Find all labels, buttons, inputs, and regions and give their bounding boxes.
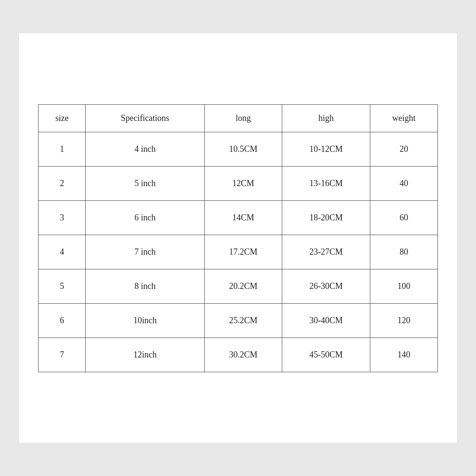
cell-r0-c4: 20 (370, 132, 437, 166)
cell-r1-c1: 5 inch (86, 166, 205, 200)
table-row: 36 inch14CM18-20CM60 (39, 200, 438, 235)
cell-r4-c0: 5 (39, 269, 86, 303)
cell-r5-c3: 30-40CM (282, 303, 370, 337)
cell-r6-c3: 45-50CM (282, 337, 370, 372)
cell-r3-c0: 4 (39, 235, 86, 269)
cell-r0-c0: 1 (39, 132, 86, 166)
header-long: long (204, 104, 282, 132)
cell-r2-c4: 60 (370, 200, 437, 235)
cell-r2-c1: 6 inch (86, 200, 205, 235)
page-container: size Specifications long high weight 14 … (19, 33, 457, 443)
cell-r6-c0: 7 (39, 337, 86, 372)
cell-r1-c0: 2 (39, 166, 86, 200)
cell-r3-c2: 17.2CM (204, 235, 282, 269)
cell-r4-c4: 100 (370, 269, 437, 303)
table-row: 58 inch20.2CM26-30CM100 (39, 269, 438, 303)
cell-r2-c0: 3 (39, 200, 86, 235)
header-row: size Specifications long high weight (39, 104, 438, 132)
cell-r0-c1: 4 inch (86, 132, 205, 166)
cell-r6-c2: 30.2CM (204, 337, 282, 372)
header-weight: weight (370, 104, 437, 132)
table-row: 25 inch12CM13-16CM40 (39, 166, 438, 200)
cell-r1-c3: 13-16CM (282, 166, 370, 200)
cell-r4-c1: 8 inch (86, 269, 205, 303)
cell-r4-c2: 20.2CM (204, 269, 282, 303)
table-row: 47 inch17.2CM23-27CM80 (39, 235, 438, 269)
table-row: 712inch30.2CM45-50CM140 (39, 337, 438, 372)
cell-r6-c4: 140 (370, 337, 437, 372)
cell-r5-c2: 25.2CM (204, 303, 282, 337)
cell-r5-c0: 6 (39, 303, 86, 337)
cell-r1-c4: 40 (370, 166, 437, 200)
cell-r5-c1: 10inch (86, 303, 205, 337)
cell-r3-c3: 23-27CM (282, 235, 370, 269)
table-wrapper: size Specifications long high weight 14 … (38, 104, 438, 372)
cell-r2-c2: 14CM (204, 200, 282, 235)
table-row: 14 inch10.5CM10-12CM20 (39, 132, 438, 166)
cell-r2-c3: 18-20CM (282, 200, 370, 235)
table-row: 610inch25.2CM30-40CM120 (39, 303, 438, 337)
cell-r6-c1: 12inch (86, 337, 205, 372)
cell-r3-c1: 7 inch (86, 235, 205, 269)
cell-r3-c4: 80 (370, 235, 437, 269)
header-specifications: Specifications (86, 104, 205, 132)
cell-r1-c2: 12CM (204, 166, 282, 200)
cell-r0-c3: 10-12CM (282, 132, 370, 166)
cell-r5-c4: 120 (370, 303, 437, 337)
header-size: size (39, 104, 86, 132)
header-high: high (282, 104, 370, 132)
cell-r0-c2: 10.5CM (204, 132, 282, 166)
cell-r4-c3: 26-30CM (282, 269, 370, 303)
specifications-table: size Specifications long high weight 14 … (38, 104, 438, 372)
